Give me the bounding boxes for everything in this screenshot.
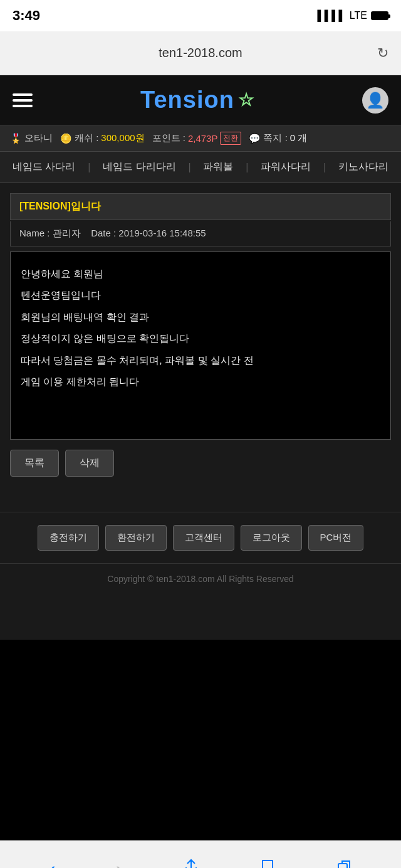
nav-item-3[interactable]: 파워볼 <box>203 161 233 174</box>
user-emoji: 🎖️ <box>10 133 22 144</box>
nav-item-4[interactable]: 파워사다리 <box>261 161 311 174</box>
points-amount: 2,473P <box>188 133 218 144</box>
status-bar: 3:49 ▌▌▌▌ LTE <box>0 0 401 31</box>
site-logo: Tension☆ <box>140 87 254 114</box>
post-date: Date : 2019-03-16 15:48:55 <box>91 228 206 238</box>
content-area: [TENSION]입니다 Name : 관리자 Date : 2019-03-1… <box>0 183 401 505</box>
points-label: 포인트 : <box>152 132 185 144</box>
charge-button[interactable]: 충전하기 <box>38 525 99 551</box>
user-label: 오타니 <box>24 132 53 144</box>
pc-version-button[interactable]: PC버전 <box>308 525 364 551</box>
back-button[interactable]: ‹ <box>49 857 56 868</box>
signal-icon: ▌▌▌▌ <box>318 10 346 21</box>
tabs-button[interactable] <box>336 859 352 868</box>
post-line-2: 텐션운영팀입니다 <box>21 286 380 305</box>
post-line-5: 따라서 당첨금은 몰수 처리되며, 파워볼 및 실시간 전 <box>21 351 380 370</box>
post-line-1: 안녕하세요 회원님 <box>21 265 380 283</box>
refresh-button[interactable]: ↻ <box>377 45 388 61</box>
browser-url[interactable]: ten1-2018.com <box>159 46 242 60</box>
status-time: 3:49 <box>13 8 40 24</box>
post-body: 안녕하세요 회원님 텐션운영팀입니다 회원님의 배팅내역 확인 결과 정상적이지… <box>10 251 391 440</box>
withdraw-button[interactable]: 환전하기 <box>105 525 167 551</box>
copyright: Copyright © ten1-2018.com All Rights Res… <box>0 563 401 594</box>
bottom-browser-bar: ‹ › <box>0 840 401 868</box>
cash-info-item: 🪙 캐쉬 : 300,000원 <box>60 132 145 144</box>
post-title: [TENSION]입니다 <box>10 193 391 220</box>
logout-button[interactable]: 로그아웃 <box>241 525 302 551</box>
site-wrapper: Tension☆ 👤 🎖️ 오타니 🪙 캐쉬 : 300,000원 포인트 : … <box>0 75 401 640</box>
browser-bar: ten1-2018.com ↻ <box>0 31 401 75</box>
cash-amount: 300,000원 <box>101 132 144 144</box>
cash-label: 캐쉬 : <box>75 132 98 144</box>
nav-item-2[interactable]: 네임드 다리다리 <box>103 161 175 174</box>
empty-space <box>0 640 401 840</box>
hamburger-menu[interactable] <box>13 93 33 107</box>
nav-item-5[interactable]: 키노사다리 <box>338 161 388 174</box>
forward-button[interactable]: › <box>116 857 123 868</box>
points-info-item: 포인트 : 2,473P 전환 <box>152 132 242 145</box>
hamburger-line-3 <box>13 105 33 107</box>
logo-star-icon: ☆ <box>238 90 254 110</box>
site-header: Tension☆ 👤 <box>0 75 401 125</box>
battery-icon <box>371 11 388 20</box>
action-buttons: 목록 삭제 <box>10 450 391 477</box>
footer-buttons: 충전하기 환전하기 고객센터 로그아웃 PC버전 <box>0 512 401 563</box>
user-avatar[interactable]: 👤 <box>362 87 388 114</box>
user-avatar-icon: 👤 <box>366 92 385 109</box>
share-button[interactable] <box>183 859 199 868</box>
hamburger-line-2 <box>13 99 33 102</box>
msg-info-item: 💬 쪽지 : 0 개 <box>249 132 307 144</box>
msg-emoji: 💬 <box>249 133 261 144</box>
info-bar: 🎖️ 오타니 🪙 캐쉬 : 300,000원 포인트 : 2,473P 전환 💬… <box>0 125 401 151</box>
post-line-4: 정상적이지 않은 배팅으로 확인됩니다 <box>21 329 380 348</box>
msg-label: 쪽지 : <box>263 132 287 144</box>
post-line-3: 회원님의 배팅내역 확인 결과 <box>21 308 380 327</box>
logo-text: Tension <box>140 87 234 114</box>
support-button[interactable]: 고객센터 <box>173 525 234 551</box>
transfer-button[interactable]: 전환 <box>220 132 241 145</box>
user-info-item: 🎖️ 오타니 <box>10 132 53 144</box>
list-button[interactable]: 목록 <box>10 450 59 477</box>
site-nav: 네임드 사다리 | 네임드 다리다리 | 파워볼 | 파워사다리 | 키노사다리 <box>0 151 401 183</box>
bookmarks-button[interactable] <box>259 859 276 868</box>
svg-rect-0 <box>338 864 347 868</box>
post-line-6: 게임 이용 제한처리 됩니다 <box>21 373 380 391</box>
nav-item-1[interactable]: 네임드 사다리 <box>13 161 75 174</box>
network-type: LTE <box>350 10 367 21</box>
msg-count: 0 개 <box>290 132 308 144</box>
delete-button[interactable]: 삭제 <box>65 450 114 477</box>
hamburger-line-1 <box>13 93 33 96</box>
status-icons: ▌▌▌▌ LTE <box>318 10 389 21</box>
post-meta: Name : 관리자 Date : 2019-03-16 15:48:55 <box>10 221 391 246</box>
coin-emoji: 🪙 <box>60 133 72 144</box>
post-author: Name : 관리자 <box>19 228 81 238</box>
